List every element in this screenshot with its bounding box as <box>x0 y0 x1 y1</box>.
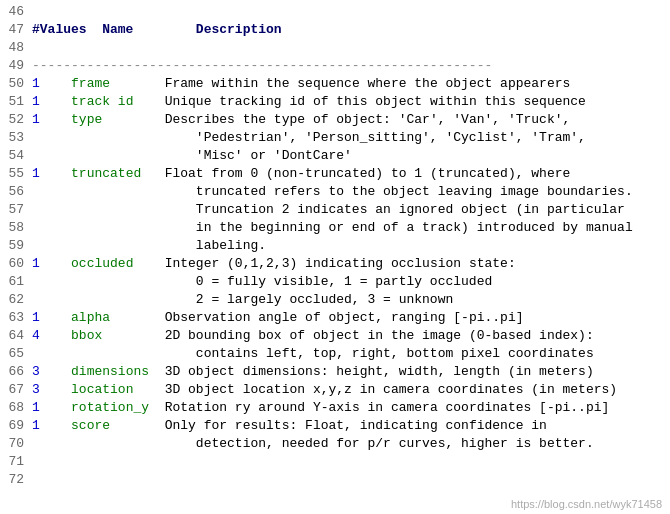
name-col: type <box>71 112 165 127</box>
line-number: 48 <box>4 40 32 55</box>
line-13: 58 in the beginning or end of a track) i… <box>0 220 670 238</box>
line-7: 521 type Describes the type of object: '… <box>0 112 670 130</box>
values-col: 3 <box>32 364 40 379</box>
values-col: 1 <box>32 166 40 181</box>
line-19: 644 bbox 2D bounding box of object in th… <box>0 328 670 346</box>
values-col: 3 <box>32 382 40 397</box>
values-col: 1 <box>32 418 40 433</box>
line-11: 56 truncated refers to the object leavin… <box>0 184 670 202</box>
line-number: 65 <box>4 346 32 361</box>
desc-col: Float from 0 (non-truncated) to 1 (trunc… <box>165 166 571 181</box>
desc-col: 'Pedestrian', 'Person_sitting', 'Cyclist… <box>165 130 586 145</box>
line-content: 'Pedestrian', 'Person_sitting', 'Cyclist… <box>32 130 666 145</box>
line-number: 55 <box>4 166 32 181</box>
line-content: truncated refers to the object leaving i… <box>32 184 666 199</box>
line-number: 56 <box>4 184 32 199</box>
desc-col: in the beginning or end of a track) intr… <box>165 220 633 235</box>
line-content: 1 frame Frame within the sequence where … <box>32 76 666 91</box>
line-content: 'Misc' or 'DontCare' <box>32 148 666 163</box>
line-2: 47#Values Name Description <box>0 22 670 40</box>
line-content: 1 rotation_y Rotation ry around Y-axis i… <box>32 400 666 415</box>
name-col: dimensions <box>71 364 165 379</box>
line-content: 1 track id Unique tracking id of this ob… <box>32 94 666 109</box>
line-number: 54 <box>4 148 32 163</box>
code-container: 4647#Values Name Description4849--------… <box>0 4 670 514</box>
line-content: 3 location 3D object location x,y,z in c… <box>32 382 666 397</box>
line-18: 631 alpha Observation angle of object, r… <box>0 310 670 328</box>
name-col: rotation_y <box>71 400 165 415</box>
line-content: #Values Name Description <box>32 22 666 37</box>
desc-col: 2D bounding box of object in the image (… <box>165 328 594 343</box>
line-23: 681 rotation_y Rotation ry around Y-axis… <box>0 400 670 418</box>
line-number: 59 <box>4 238 32 253</box>
line-content: 1 type Describes the type of object: 'Ca… <box>32 112 666 127</box>
line-number: 66 <box>4 364 32 379</box>
line-content: 1 alpha Observation angle of object, ran… <box>32 310 666 325</box>
line-25: 70 detection, needed for p/r curves, hig… <box>0 436 670 454</box>
desc-col: Frame within the sequence where the obje… <box>165 76 571 91</box>
line-20: 65 contains left, top, right, bottom pix… <box>0 346 670 364</box>
line-content: 3 dimensions 3D object dimensions: heigh… <box>32 364 666 379</box>
line-number: 58 <box>4 220 32 235</box>
line-number: 62 <box>4 292 32 307</box>
desc-col: 3D object location x,y,z in camera coord… <box>165 382 617 397</box>
values-col: 1 <box>32 112 40 127</box>
line-number: 68 <box>4 400 32 415</box>
desc-col: 2 = largely occluded, 3 = unknown <box>165 292 454 307</box>
line-16: 61 0 = fully visible, 1 = partly occlude… <box>0 274 670 292</box>
line-content: labeling. <box>32 238 666 253</box>
line-number: 46 <box>4 4 32 19</box>
line-12: 57 Truncation 2 indicates an ignored obj… <box>0 202 670 220</box>
line-number: 72 <box>4 472 32 487</box>
name-col: bbox <box>71 328 165 343</box>
line-number: 69 <box>4 418 32 433</box>
values-col: 1 <box>32 94 40 109</box>
line-26: 71 <box>0 454 670 472</box>
name-col: location <box>71 382 165 397</box>
name-col: occluded <box>71 256 165 271</box>
line-21: 663 dimensions 3D object dimensions: hei… <box>0 364 670 382</box>
line-content: contains left, top, right, bottom pixel … <box>32 346 666 361</box>
desc-col: Truncation 2 indicates an ignored object… <box>165 202 625 217</box>
values-col: 1 <box>32 76 40 91</box>
line-10: 551 truncated Float from 0 (non-truncate… <box>0 166 670 184</box>
line-number: 67 <box>4 382 32 397</box>
name-col: alpha <box>71 310 165 325</box>
name-col: truncated <box>71 166 165 181</box>
desc-col: Unique tracking id of this object within… <box>165 94 586 109</box>
desc-col: detection, needed for p/r curves, higher… <box>165 436 594 451</box>
line-27: 72 <box>0 472 670 490</box>
line-content: 1 occluded Integer (0,1,2,3) indicating … <box>32 256 666 271</box>
line-5: 501 frame Frame within the sequence wher… <box>0 76 670 94</box>
desc-col: Observation angle of object, ranging [-p… <box>165 310 524 325</box>
values-col: 4 <box>32 328 40 343</box>
line-1: 46 <box>0 4 670 22</box>
line-number: 64 <box>4 328 32 343</box>
name-col: frame <box>71 76 165 91</box>
line-number: 49 <box>4 58 32 73</box>
desc-col: Describes the type of object: 'Car', 'Va… <box>165 112 571 127</box>
values-col: 1 <box>32 256 40 271</box>
line-14: 59 labeling. <box>0 238 670 256</box>
watermark: https://blog.csdn.net/wyk71458 <box>511 498 662 510</box>
line-content: in the beginning or end of a track) intr… <box>32 220 666 235</box>
line-number: 50 <box>4 76 32 91</box>
desc-col: labeling. <box>165 238 266 253</box>
line-content: 1 score Only for results: Float, indicat… <box>32 418 666 433</box>
line-9: 54 'Misc' or 'DontCare' <box>0 148 670 166</box>
line-number: 57 <box>4 202 32 217</box>
desc-col: truncated refers to the object leaving i… <box>165 184 633 199</box>
line-content: 4 bbox 2D bounding box of object in the … <box>32 328 666 343</box>
line-4: 49--------------------------------------… <box>0 58 670 76</box>
line-number: 70 <box>4 436 32 451</box>
line-content: 1 truncated Float from 0 (non-truncated)… <box>32 166 666 181</box>
desc-col: 'Misc' or 'DontCare' <box>165 148 352 163</box>
line-6: 511 track id Unique tracking id of this … <box>0 94 670 112</box>
line-content: 2 = largely occluded, 3 = unknown <box>32 292 666 307</box>
desc-col: contains left, top, right, bottom pixel … <box>165 346 594 361</box>
line-number: 47 <box>4 22 32 37</box>
desc-col: 3D object dimensions: height, width, len… <box>165 364 594 379</box>
line-content: Truncation 2 indicates an ignored object… <box>32 202 666 217</box>
desc-col: 0 = fully visible, 1 = partly occluded <box>165 274 493 289</box>
line-number: 61 <box>4 274 32 289</box>
